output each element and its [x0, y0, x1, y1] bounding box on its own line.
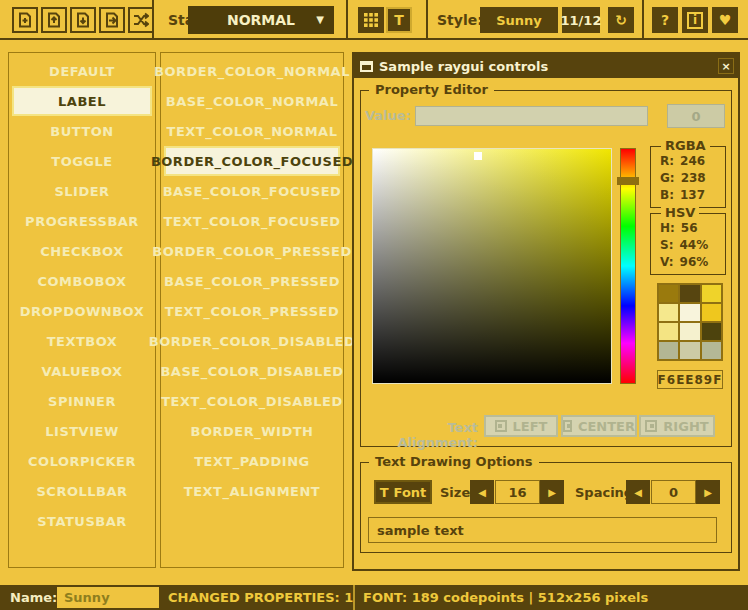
- rguistyler-app: State: NORMAL ▼ T Style: Sunny 11/12: [0, 0, 748, 610]
- size-value-box[interactable]: 16: [495, 480, 540, 504]
- list-item-listview[interactable]: LISTVIEW: [12, 416, 152, 446]
- list-item-border_width[interactable]: BORDER_WIDTH: [164, 416, 340, 446]
- list-item-border_color_focused[interactable]: BORDER_COLOR_FOCUSED: [164, 146, 340, 176]
- list-item-progressbar[interactable]: PROGRESSBAR: [12, 206, 152, 236]
- style-label: Style:: [437, 12, 483, 28]
- style-name-button[interactable]: Sunny: [480, 7, 558, 33]
- value-box: 0: [667, 104, 725, 128]
- toolbar-separator: [642, 0, 644, 40]
- arrow-left-icon: ◀: [478, 487, 486, 498]
- color-panel-cursor[interactable]: [474, 152, 482, 160]
- color-value-row: V:96%: [660, 254, 725, 271]
- text-icon: T: [394, 12, 404, 28]
- list-item-text_color_normal[interactable]: TEXT_COLOR_NORMAL: [164, 116, 340, 146]
- list-item-spinner[interactable]: SPINNER: [12, 386, 152, 416]
- list-item-text_color_disabled[interactable]: TEXT_COLOR_DISABLED: [164, 386, 340, 416]
- open-file-icon: [46, 12, 62, 28]
- palette-swatch[interactable]: [702, 323, 721, 340]
- state-dropdown[interactable]: NORMAL ▼: [188, 6, 334, 34]
- list-item-statusbar[interactable]: STATUSBAR: [12, 506, 152, 536]
- palette-swatch[interactable]: [659, 285, 678, 302]
- style-name-value: Sunny: [64, 590, 110, 605]
- align-left-toggle: LEFT: [484, 415, 558, 437]
- new-file-button[interactable]: [12, 7, 38, 33]
- align-left-icon: [495, 420, 507, 432]
- hue-slider-handle[interactable]: [617, 177, 639, 185]
- export-file-button[interactable]: [99, 7, 125, 33]
- text-preview-button[interactable]: T: [386, 7, 412, 33]
- toolbar: State: NORMAL ▼ T Style: Sunny 11/12: [0, 0, 748, 40]
- list-item-button[interactable]: BUTTON: [12, 116, 152, 146]
- palette-swatch[interactable]: [702, 342, 721, 359]
- list-item-scrollbar[interactable]: SCROLLBAR: [12, 476, 152, 506]
- palette-swatch[interactable]: [680, 285, 699, 302]
- palette-swatch[interactable]: [680, 342, 699, 359]
- list-item-border_color_pressed[interactable]: BORDER_COLOR_PRESSED: [164, 236, 340, 266]
- palette-swatch[interactable]: [659, 323, 678, 340]
- list-item-checkbox[interactable]: CHECKBOX: [12, 236, 152, 266]
- grid-snap-button[interactable]: [358, 7, 384, 33]
- style-index-badge: 11/12: [562, 7, 600, 33]
- palette-swatch[interactable]: [702, 304, 721, 321]
- save-file-button[interactable]: [70, 7, 96, 33]
- hue-slider[interactable]: [620, 148, 636, 384]
- list-item-default[interactable]: DEFAULT: [12, 56, 152, 86]
- sponsor-button[interactable]: ♥: [712, 7, 738, 33]
- spacing-decrease-button[interactable]: ◀: [626, 480, 650, 504]
- statusbar-divider: [353, 585, 355, 610]
- list-item-text_alignment[interactable]: TEXT_ALIGNMENT: [164, 476, 340, 506]
- list-item-base_color_normal[interactable]: BASE_COLOR_NORMAL: [164, 86, 340, 116]
- spacing-increase-button[interactable]: ▶: [696, 480, 720, 504]
- window-titlebar[interactable]: Sample raygui controls ×: [354, 54, 738, 78]
- hex-color-input[interactable]: F6EE89F: [657, 370, 723, 389]
- list-item-base_color_disabled[interactable]: BASE_COLOR_DISABLED: [164, 356, 340, 386]
- style-name-input[interactable]: Sunny: [57, 587, 159, 608]
- font-button-label: Font: [394, 485, 427, 500]
- close-icon: ×: [721, 60, 730, 73]
- reload-style-button[interactable]: ↻: [608, 7, 634, 33]
- rgba-title: RGBA: [661, 138, 710, 153]
- list-item-border_color_normal[interactable]: BORDER_COLOR_NORMAL: [164, 56, 340, 86]
- random-style-icon: [133, 12, 149, 28]
- size-decrease-button[interactable]: ◀: [470, 480, 494, 504]
- list-item-text_color_pressed[interactable]: TEXT_COLOR_PRESSED: [164, 296, 340, 326]
- align-left-label: LEFT: [513, 419, 548, 434]
- palette-swatch[interactable]: [659, 304, 678, 321]
- list-item-border_color_disabled[interactable]: BORDER_COLOR_DISABLED: [164, 326, 340, 356]
- list-item-label[interactable]: LABEL: [12, 86, 152, 116]
- about-button[interactable]: i: [682, 7, 708, 33]
- sample-controls-window: Sample raygui controls × Property Editor…: [352, 52, 740, 571]
- export-file-icon: [104, 12, 120, 28]
- list-item-toggle[interactable]: TOGGLE: [12, 146, 152, 176]
- info-icon: i: [687, 12, 703, 29]
- font-button[interactable]: T Font: [374, 480, 432, 504]
- list-item-base_color_focused[interactable]: BASE_COLOR_FOCUSED: [164, 176, 340, 206]
- align-center-label: CENTER: [578, 419, 635, 434]
- list-item-valuebox[interactable]: VALUEBOX: [12, 356, 152, 386]
- size-increase-button[interactable]: ▶: [540, 480, 564, 504]
- list-item-text_color_focused[interactable]: TEXT_COLOR_FOCUSED: [164, 206, 340, 236]
- close-button[interactable]: ×: [718, 58, 734, 74]
- palette-swatch[interactable]: [680, 304, 699, 321]
- random-style-button[interactable]: [128, 7, 154, 33]
- value-slider: [415, 106, 648, 126]
- palette-swatch[interactable]: [680, 323, 699, 340]
- open-file-button[interactable]: [41, 7, 67, 33]
- list-item-colorpicker[interactable]: COLORPICKER: [12, 446, 152, 476]
- palette-swatch[interactable]: [659, 342, 678, 359]
- list-item-dropdownbox[interactable]: DROPDOWNBOX: [12, 296, 152, 326]
- align-right-label: RIGHT: [663, 419, 708, 434]
- color-saturation-value-panel[interactable]: [372, 148, 612, 384]
- palette-swatch[interactable]: [702, 285, 721, 302]
- help-button[interactable]: ?: [652, 7, 678, 33]
- window-icon: [360, 61, 373, 72]
- font-info-status: FONT: 189 codepoints | 512x256 pixels: [363, 590, 648, 605]
- list-item-textbox[interactable]: TEXTBOX: [12, 326, 152, 356]
- list-item-slider[interactable]: SLIDER: [12, 176, 152, 206]
- spacing-value-box[interactable]: 0: [651, 480, 696, 504]
- list-item-text_padding[interactable]: TEXT_PADDING: [164, 446, 340, 476]
- sample-text-input[interactable]: sample text: [368, 517, 717, 543]
- list-item-combobox[interactable]: COMBOBOX: [12, 266, 152, 296]
- list-item-base_color_pressed[interactable]: BASE_COLOR_PRESSED: [164, 266, 340, 296]
- color-value-row: B:137: [660, 187, 725, 204]
